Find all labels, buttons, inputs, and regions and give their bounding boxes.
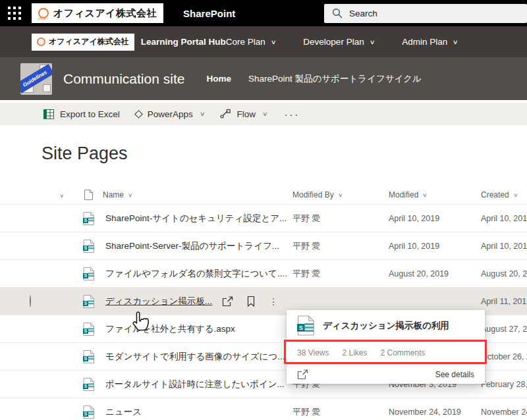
excel-table-icon: [43, 109, 54, 119]
see-details-link[interactable]: See details: [435, 370, 474, 379]
svg-text:S: S: [84, 273, 87, 278]
chevron-down-icon: ∨: [262, 111, 268, 117]
page-name-link[interactable]: ファイルを社外と共有する.aspx: [105, 323, 235, 335]
modified-by-cell: 平野 愛: [287, 213, 386, 224]
column-header-modified[interactable]: Modified ∨: [386, 190, 478, 199]
org-logo-script: office i: [38, 16, 47, 20]
export-to-excel-button[interactable]: Export to Excel: [43, 109, 120, 119]
app-launcher-waffle-icon[interactable]: [8, 7, 21, 20]
modified-cell: April 10, 2019: [386, 242, 478, 251]
page-name-link[interactable]: モダンサイトで利用する画像のサイズにつ...: [105, 351, 285, 363]
table-row[interactable]: S SharePoint-サイトのセキュリティ設定とア... 平野 愛 Apri…: [0, 205, 527, 232]
created-cell: November 24, 2019: [478, 407, 527, 417]
site-title[interactable]: Communication site: [63, 71, 184, 87]
hub-org-logo-mark-icon: [37, 38, 45, 46]
site-nav-home[interactable]: Home: [206, 74, 231, 84]
chevron-down-icon: ∨: [453, 39, 458, 45]
sharepoint-page-icon: S: [83, 350, 94, 363]
list-header-row: ∨ Name ∨ Modified By ∨ Modified ∨ Create…: [0, 186, 527, 205]
sharepoint-page-icon: S: [83, 406, 94, 419]
created-cell: April 10, 2019: [478, 242, 527, 251]
page-name-link[interactable]: SharePoint-Server-製品のサポートライフ...: [105, 240, 279, 252]
svg-text:S: S: [84, 328, 87, 333]
chevron-down-icon: ∨: [370, 39, 375, 45]
page-hover-card: S ディスカッション掲示板の利用 38 Views 2 Likes 2 Comm…: [287, 310, 485, 384]
search-box[interactable]: [324, 4, 527, 23]
more-actions-button[interactable]: ⋮: [269, 296, 278, 307]
hub-org-name: オフィスアイ株式会社: [49, 36, 129, 47]
file-outline-icon: [84, 190, 93, 200]
svg-text:S: S: [84, 246, 87, 250]
card-share-button[interactable]: [297, 369, 308, 380]
hub-nav-item-developer-plan[interactable]: Developer Plan ∨: [303, 37, 374, 47]
powerapps-icon: [134, 110, 143, 118]
keyboard-key-icon: [43, 84, 51, 92]
row-hover-actions: ⋮: [222, 296, 278, 307]
hub-org-logo[interactable]: オフィスアイ株式会社: [32, 34, 134, 51]
modified-cell: April 10, 2019: [386, 214, 478, 223]
export-label: Export to Excel: [60, 109, 120, 119]
powerapps-label: PowerApps: [148, 109, 193, 119]
search-icon: [332, 8, 343, 18]
table-row[interactable]: S ファイルやフォルダ名の禁則文字について.... 平野 愛 August 20…: [0, 260, 527, 288]
page-title: Site Pages: [42, 144, 527, 164]
select-all-chevron[interactable]: ∨: [50, 190, 74, 199]
row-select-radio[interactable]: [30, 295, 31, 307]
hub-item-label: Core Plan: [226, 37, 265, 47]
likes-count: 2 Likes: [342, 348, 367, 357]
created-cell: August 20, 2019: [478, 269, 527, 278]
file-type-column-header[interactable]: [74, 190, 103, 200]
site-nav-lifecycle[interactable]: SharePoint 製品のサポートライフサイクル: [248, 73, 422, 85]
search-input[interactable]: [349, 9, 494, 18]
command-bar: Export to Excel PowerApps ∨ Flow ∨ ···: [0, 103, 527, 125]
bookmark-icon: [247, 296, 255, 307]
hub-title[interactable]: Learning Portal Hub: [141, 37, 226, 47]
column-header-modified-by[interactable]: Modified By ∨: [287, 190, 386, 199]
org-logo[interactable]: office i オフィスアイ株式会社: [32, 3, 163, 23]
table-row[interactable]: S ニュース 平野 愛 November 24, 2019 November 2…: [0, 398, 527, 420]
hover-card-title: ディスカッション掲示板の利用: [323, 320, 449, 332]
comments-count: 2 Comments: [381, 348, 426, 357]
more-commands-button[interactable]: ···: [285, 109, 300, 120]
views-count: 38 Views: [297, 348, 329, 357]
save-for-later-button[interactable]: [247, 296, 255, 307]
svg-text:S: S: [84, 411, 87, 416]
page-name-link[interactable]: ポータルサイト設計時に注意したいポイン...: [105, 379, 285, 390]
site-pages-list: ∨ Name ∨ Modified By ∨ Modified ∨ Create…: [0, 186, 527, 420]
share-icon: [297, 369, 308, 380]
svg-text:S: S: [84, 301, 87, 305]
page-name-link[interactable]: ニュース: [105, 406, 142, 418]
column-header-created[interactable]: Created ∨: [478, 190, 527, 199]
sharepoint-page-icon: S: [83, 212, 94, 225]
created-cell: October 26, 2019: [478, 352, 527, 361]
svg-text:S: S: [299, 325, 303, 331]
created-cell: August 27, 2019: [478, 325, 527, 334]
hub-nav-item-core-plan[interactable]: Core Plan ∨: [226, 37, 276, 47]
page-name-link[interactable]: SharePoint-サイトのセキュリティ設定とア...: [105, 213, 287, 224]
modified-by-cell: 平野 愛: [287, 240, 386, 252]
created-cell: April 11, 2019: [478, 297, 527, 306]
column-header-name[interactable]: Name ∨: [103, 190, 287, 199]
share-button[interactable]: [222, 296, 233, 307]
site-logo[interactable]: L Guidelines: [20, 63, 52, 95]
site-header: L Guidelines Communication site Home Sha…: [0, 57, 527, 100]
sharepoint-page-icon: S: [83, 323, 94, 336]
row-select-area[interactable]: [0, 296, 50, 307]
modified-cell: November 24, 2019: [386, 407, 478, 417]
flow-button[interactable]: Flow ∨: [220, 109, 267, 119]
table-row[interactable]: S SharePoint-Server-製品のサポートライフ... 平野 愛 A…: [0, 232, 527, 260]
chevron-down-icon: ∨: [128, 192, 133, 198]
svg-text:S: S: [84, 218, 87, 223]
modified-cell: August 20, 2019: [386, 269, 478, 278]
hub-nav-item-admin-plan[interactable]: Admin Plan ∨: [402, 37, 458, 47]
created-cell: April 10, 2019: [478, 214, 527, 223]
page-name-link[interactable]: ディスカッション掲示板...: [105, 296, 212, 307]
sharepoint-page-icon-large: S: [297, 315, 314, 336]
chevron-down-icon: ∨: [200, 111, 206, 117]
modified-by-cell: 平野 愛: [287, 268, 386, 280]
sharepoint-page-icon: S: [83, 240, 94, 253]
hover-card-stats: 38 Views 2 Likes 2 Comments: [287, 341, 485, 364]
suite-app-name: SharePoint: [183, 8, 235, 19]
powerapps-button[interactable]: PowerApps ∨: [136, 109, 205, 119]
page-name-link[interactable]: ファイルやフォルダ名の禁則文字について....: [105, 268, 287, 280]
